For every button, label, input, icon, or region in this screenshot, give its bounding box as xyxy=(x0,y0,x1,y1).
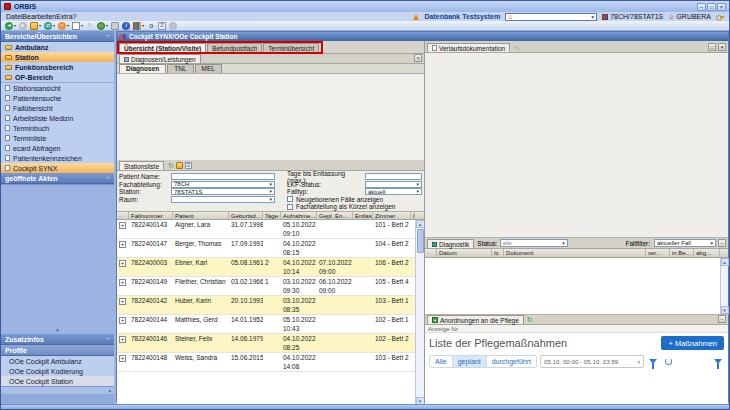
sidebar-area-item[interactable]: Station xyxy=(1,52,114,62)
cockpit-tab[interactable]: Übersicht (Station/Visite) xyxy=(119,43,206,53)
clock-icon[interactable]: · ▾ xyxy=(97,22,108,30)
sidebar-view-item[interactable]: ecard Abfragen xyxy=(1,143,114,153)
sidebar-view-item[interactable]: Terminbuch xyxy=(1,123,114,133)
extras-section-header[interactable]: Zusatzinfos − xyxy=(1,334,114,345)
refresh-icon[interactable]: ↻ xyxy=(527,316,533,324)
column-lkf[interactable]: LKF Vi xyxy=(411,212,415,219)
sidebar-view-item[interactable]: Terminliste xyxy=(1,133,114,143)
scrollbar-thumb[interactable] xyxy=(417,229,424,253)
sidebar-view-item[interactable]: Stationsansicht xyxy=(1,83,114,93)
maximize-button[interactable]: □ xyxy=(707,3,716,11)
expand-all-icon[interactable]: · xyxy=(117,212,129,219)
expand-row-icon[interactable]: + xyxy=(119,241,126,248)
kuerzel-checkbox[interactable] xyxy=(287,204,293,210)
column-geburtsdatum[interactable]: Geburtsd... xyxy=(229,212,263,219)
profiles-section-header[interactable]: Profile xyxy=(1,345,114,356)
scroll-up-icon[interactable]: ▲ xyxy=(721,258,729,266)
column-datum[interactable]: Datum xyxy=(437,249,492,257)
sidebar-view-item[interactable]: Arbeitsliste Medizin xyxy=(1,113,114,123)
diagnosen-subtab[interactable]: MEL xyxy=(195,64,222,73)
close-button[interactable]: × xyxy=(717,3,726,11)
cockpit-tab[interactable]: Terminübersicht xyxy=(263,43,319,53)
edit-icon[interactable]: ✎ ▾ xyxy=(86,22,94,30)
chevron-down-icon[interactable]: ▾ xyxy=(718,43,726,51)
sidebar-area-item[interactable]: Ambulanz xyxy=(1,42,114,52)
diagnosen-subtab[interactable]: TNL xyxy=(167,64,193,73)
patient-table-row[interactable]: + 7822400142 Huber, Karin 20.10.1993 03.… xyxy=(117,296,415,315)
stationsliste-tab[interactable]: Stationsliste xyxy=(119,161,164,170)
sync-icon[interactable]: ⇄ ▾ xyxy=(44,22,55,30)
expand-all-icon[interactable]: · xyxy=(425,249,437,257)
scroll-down-icon[interactable]: ▼ xyxy=(721,306,729,314)
patient-name-input[interactable] xyxy=(171,173,275,180)
column-patient[interactable]: Patient xyxy=(173,212,229,219)
panel-close-icon[interactable]: × xyxy=(414,54,422,62)
patient-table-row[interactable]: + 7822400148 Weiss, Sandra 15.06.2015 04… xyxy=(117,353,415,372)
collapse-icon[interactable]: − xyxy=(106,336,110,342)
patient-table-row[interactable]: + 7822400003 Ebner, Karl 05.08.1961 2 04… xyxy=(117,258,415,277)
new-document-icon[interactable]: ▾ xyxy=(72,22,83,30)
expand-row-icon[interactable]: + xyxy=(119,279,126,286)
areas-section-header[interactable]: Bereiche/Übersichten − xyxy=(1,31,114,42)
patient-table-row[interactable]: + 7822400143 Aigner, Lara 31.07.1998 05.… xyxy=(117,220,415,239)
diagnostik-tab[interactable]: Diagnostik xyxy=(427,239,474,248)
scroll-up-icon[interactable]: ▲ xyxy=(416,220,425,228)
expand-row-icon[interactable]: + xyxy=(119,260,126,267)
station-select[interactable]: 78STAT1S ▼ xyxy=(171,188,275,195)
column-tage-bis[interactable]: Tage bis xyxy=(263,212,281,219)
o-icon[interactable]: o ▾ xyxy=(147,22,155,30)
menu-item[interactable]: Datei xyxy=(6,13,22,20)
filter-chip[interactable]: durchgeführt xyxy=(487,356,536,367)
menu-item[interactable]: Extra xyxy=(56,13,72,20)
column-ver[interactable]: ver... xyxy=(646,249,670,257)
refresh-icon[interactable]: ↻ xyxy=(168,162,174,169)
open-files-section-header[interactable]: geöffnete Akten − xyxy=(1,173,114,184)
expand-row-icon[interactable]: + xyxy=(119,222,126,229)
patient-table-row[interactable]: + 7822400144 Matthies, Gerd 14.01.1952 0… xyxy=(117,315,415,334)
patient-table-row[interactable]: + 7822400147 Berger, Thomas 17.09.1993 0… xyxy=(117,239,415,258)
verlauf-tab[interactable]: Verlaufsdokumentation xyxy=(427,43,510,52)
filter-chip[interactable]: Alle xyxy=(430,356,453,367)
column-in-be[interactable]: in Be... xyxy=(670,249,694,257)
patient-table-row[interactable]: + 7822400146 Steiner, Felix 14.06.1979 0… xyxy=(117,334,415,353)
refresh-icon[interactable] xyxy=(665,358,672,365)
scroll-down-icon[interactable]: ▾ xyxy=(108,388,111,394)
fachabteilung-select[interactable]: 78CH ▼ xyxy=(171,181,275,188)
column-entlassung[interactable]: Entlas... xyxy=(353,212,373,219)
restore-icon[interactable]: □ xyxy=(708,43,716,51)
collapse-icon[interactable]: − xyxy=(718,315,726,323)
raum-select[interactable]: ▼ xyxy=(171,196,275,203)
fallfilter-select[interactable]: aktueller Fall ▼ xyxy=(654,239,716,247)
column-fallnummer[interactable]: Fallnummer xyxy=(129,212,173,219)
diagnostik-scrollbar[interactable]: ▲ ▼ xyxy=(720,258,728,314)
menu-item[interactable]: Bearbeiten xyxy=(22,13,56,20)
falltyp-select[interactable]: aktuell ▼ xyxy=(365,188,422,195)
info-icon[interactable]: i ▾ xyxy=(122,22,130,30)
sidebar-view-item[interactable]: Patientenkennzeichen xyxy=(1,153,114,163)
expand-row-icon[interactable]: + xyxy=(119,298,126,305)
station-table-scrollbar[interactable]: ▲ ▼ xyxy=(415,220,424,405)
date-range-select[interactable]: 05.10. 00:00 - 05.10. 23:59 ▾ xyxy=(540,355,644,368)
profile-item[interactable]: OOe Cockpit Kodierung xyxy=(1,366,114,376)
profile-item[interactable]: OOe Cockpit Station xyxy=(1,376,114,386)
minimize-button[interactable]: − xyxy=(697,3,706,11)
folder-icon[interactable]: ▾ xyxy=(30,22,41,30)
patient-search-combobox[interactable]: ☺ ▼ xyxy=(505,13,597,21)
tage-input[interactable] xyxy=(365,173,422,180)
add-massnahmen-button[interactable]: + Maßnahmen xyxy=(661,336,724,350)
key-icon[interactable] xyxy=(716,15,724,19)
status-select[interactable]: alle ▼ xyxy=(500,239,568,247)
filter-funnel-icon[interactable] xyxy=(649,359,657,364)
column-aufnahme[interactable]: Aufnahme... xyxy=(281,212,317,219)
filter-chip[interactable]: geplant xyxy=(453,356,487,367)
chart-icon[interactable]: ▾ xyxy=(133,22,144,30)
collapse-icon[interactable]: − xyxy=(106,33,110,39)
pflege-tab[interactable]: + Anordnungen an die Pflege xyxy=(427,315,524,324)
diagnosen-panel-tab[interactable]: Diagnosen/Leistungen xyxy=(119,54,201,63)
column-dokument[interactable]: Dokument xyxy=(504,249,646,257)
collapse-icon[interactable]: − xyxy=(718,239,726,247)
neugeborene-checkbox[interactable] xyxy=(287,196,293,202)
expand-row-icon[interactable]: + xyxy=(119,317,126,324)
clear-filter-icon[interactable] xyxy=(712,359,724,364)
sidebar-view-item[interactable]: Patientensuche xyxy=(1,93,114,103)
